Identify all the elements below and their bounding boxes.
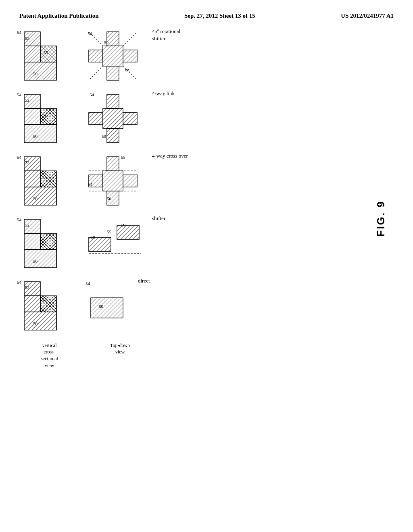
svg-line-20 xyxy=(89,66,103,80)
svg-rect-53 xyxy=(24,233,40,249)
svg-rect-52 xyxy=(24,249,56,268)
ann-55-r2-td: 55 xyxy=(107,229,111,234)
ann-52-r5: 52 xyxy=(25,36,29,41)
svg-rect-64 xyxy=(24,296,40,312)
ann-55-r5: 55 xyxy=(44,50,48,55)
svg-rect-33 xyxy=(123,112,137,125)
direct-topdown: 54 50 xyxy=(85,278,133,336)
row-4way: 54 52 55 50 xyxy=(16,90,365,149)
rotational-topdown-svg xyxy=(85,28,147,86)
shifter-cross-svg xyxy=(16,215,73,274)
col-label-left: vertical cross- sectional view xyxy=(16,342,83,369)
rotational-cross-svg xyxy=(16,28,73,86)
shifter-cross-section: 54 52 55 50 xyxy=(16,215,73,274)
svg-rect-42 xyxy=(103,171,123,191)
svg-rect-32 xyxy=(89,112,103,125)
label-4way: 4-way link xyxy=(152,90,175,97)
ann-55-r3: 55 xyxy=(42,175,47,180)
svg-line-18 xyxy=(123,32,137,46)
ann-55-r4: 55 xyxy=(44,112,48,117)
ann-50-r3: 50 xyxy=(33,196,38,201)
ann-54-r1-td: 54 xyxy=(86,281,90,286)
ann-54-r1-left: 54 xyxy=(17,280,21,285)
ann-54-r5-left: 54 xyxy=(17,30,21,35)
ann-54-r3-left: 54 xyxy=(17,155,21,160)
ann-50-r2: 50 xyxy=(33,259,38,264)
ann-54-r3-td: 54 xyxy=(88,182,92,187)
ann-50-r2-td-right: 50 xyxy=(121,222,125,227)
rotational-cross-section: 54 52 55 50 xyxy=(16,28,73,86)
ann-54-r2-left: 54 xyxy=(17,217,21,222)
row-shifter: 54 52 55 50 xyxy=(16,215,365,274)
direct-topdown-svg xyxy=(85,278,133,336)
ann-55-r5-td: 55 xyxy=(125,68,129,73)
svg-rect-31 xyxy=(107,129,119,143)
row-rotational: 54 52 55 50 xyxy=(16,28,365,86)
fig-container: FIG. 9 xyxy=(365,68,397,369)
ann-50-r4-td: 50 xyxy=(102,134,106,139)
row-direct: 54 52 55 50 54 xyxy=(16,278,365,336)
ann-72-r3: 72 xyxy=(25,160,29,165)
rotational-topdown: 50 54 55 xyxy=(85,28,147,86)
ann-52-r1: 52 xyxy=(25,285,29,290)
svg-rect-25 xyxy=(24,108,40,125)
svg-rect-68 xyxy=(91,298,123,318)
svg-rect-14 xyxy=(107,66,119,80)
label-crossover: 4-way cross over xyxy=(152,153,188,159)
svg-rect-29 xyxy=(103,108,123,129)
label-direct: direct xyxy=(138,278,150,284)
shifter-topdown-svg xyxy=(85,215,147,274)
4way-topdown: 54 50 xyxy=(85,90,147,149)
4way-topdown-svg xyxy=(85,90,147,149)
crossover-cross-section: 54 72 55 50 xyxy=(16,153,73,211)
ann-50-r4: 50 xyxy=(33,134,38,139)
4way-cross-section: 54 52 55 50 xyxy=(16,90,73,149)
ann-50-r1-td: 50 xyxy=(99,304,103,309)
label-rotational: 45º rotational shifter xyxy=(152,28,180,42)
patent-number: US 2012/0241977 A1 xyxy=(341,11,394,21)
svg-rect-38 xyxy=(24,171,40,187)
svg-rect-26 xyxy=(40,108,56,125)
svg-rect-37 xyxy=(24,187,56,205)
svg-rect-13 xyxy=(107,32,119,46)
shifter-topdown: 50 50 55 xyxy=(85,215,147,274)
svg-rect-57 xyxy=(89,237,111,251)
direct-cross-svg xyxy=(16,278,73,336)
sheet-info: Sep. 27, 2012 Sheet 13 of 15 xyxy=(184,11,255,21)
ann-50-r1: 50 xyxy=(33,321,38,326)
svg-rect-58 xyxy=(117,225,139,239)
svg-rect-12 xyxy=(103,46,123,66)
label-shifter: shifter xyxy=(152,215,165,222)
ann-50-r2-td-left: 50 xyxy=(91,235,95,239)
ann-52-r2: 52 xyxy=(25,222,29,227)
fig-label: FIG. 9 xyxy=(375,200,387,237)
crossover-cross-svg xyxy=(16,153,73,211)
svg-rect-30 xyxy=(107,94,119,108)
crossover-topdown: 55 54 50 xyxy=(85,153,147,211)
ann-55-r3-td: 55 xyxy=(121,155,125,160)
ann-50-r3-td: 50 xyxy=(107,196,111,201)
svg-rect-6 xyxy=(24,46,40,62)
svg-rect-15 xyxy=(89,50,103,62)
svg-rect-63 xyxy=(24,312,56,330)
direct-cross-section: 54 52 55 50 xyxy=(16,278,73,336)
row-crossover: 54 72 55 50 xyxy=(16,153,365,211)
col-label-right: Top-down view xyxy=(87,342,153,369)
page-header: Patent Application Publication Sep. 27, … xyxy=(0,0,413,21)
svg-rect-16 xyxy=(123,50,137,62)
diagrams-container: 54 52 55 50 xyxy=(16,28,365,369)
ann-50-r5: 50 xyxy=(33,71,38,76)
ann-55-r2: 55 xyxy=(42,235,47,240)
crossover-topdown-svg xyxy=(85,153,147,211)
svg-rect-5 xyxy=(24,62,56,80)
ann-55-r1: 55 xyxy=(42,298,47,303)
svg-rect-7 xyxy=(40,46,56,62)
ann-54-r4-td: 54 xyxy=(90,92,94,97)
column-labels: vertical cross- sectional view Top-down … xyxy=(16,342,365,369)
ann-54-r4-left: 54 xyxy=(17,92,21,97)
4way-cross-svg xyxy=(16,90,73,149)
ann-54-r5-td: 54 xyxy=(88,31,92,36)
svg-rect-46 xyxy=(123,175,137,187)
svg-rect-43 xyxy=(107,157,119,171)
publication-title: Patent Application Publication xyxy=(19,11,99,21)
